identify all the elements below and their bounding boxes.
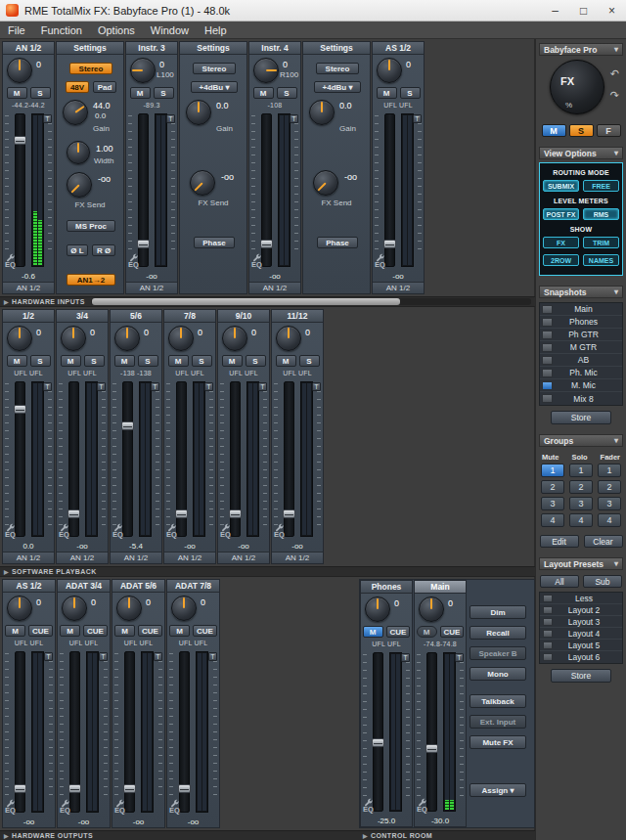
trim-button[interactable]: T: [290, 114, 298, 123]
layout-store-button[interactable]: Store: [551, 669, 611, 683]
layout-tab-all[interactable]: All: [540, 575, 579, 588]
m-button[interactable]: M: [114, 625, 135, 637]
layout-preset-item[interactable]: Layout 6: [540, 651, 622, 663]
reference-level-dropdown[interactable]: +4dBu ▾: [314, 81, 361, 93]
inputs-scrollbar[interactable]: [91, 298, 531, 305]
view-option-free[interactable]: FREE: [583, 180, 619, 192]
pan-knob[interactable]: [114, 326, 140, 351]
fx-knob[interactable]: [550, 60, 604, 114]
pan-knob[interactable]: [7, 596, 32, 621]
m-button[interactable]: M: [417, 626, 437, 638]
layout-preset-item[interactable]: Layout 4: [540, 628, 622, 640]
cue-button[interactable]: CUE: [440, 626, 465, 638]
fader-track[interactable]: [138, 113, 149, 267]
reference-level-dropdown[interactable]: +4dBu ▾: [191, 81, 238, 93]
wrench-icon[interactable]: [166, 519, 177, 530]
m-button[interactable]: M: [130, 87, 151, 99]
snapshot-item[interactable]: Mix 8: [540, 392, 622, 405]
strip-name[interactable]: AN 1/2: [3, 42, 54, 55]
menu-function[interactable]: Function: [33, 22, 90, 38]
recall-button[interactable]: Recall: [470, 626, 526, 640]
fader-handle[interactable]: [260, 240, 273, 248]
strip-name[interactable]: 7/8: [164, 310, 215, 323]
fader-track[interactable]: [15, 113, 25, 267]
pan-knob[interactable]: [7, 326, 32, 351]
fader-handle[interactable]: [137, 240, 150, 248]
s-button[interactable]: S: [277, 87, 297, 99]
redo-arrow-icon[interactable]: ↷: [610, 89, 619, 102]
device-selector[interactable]: Babyface Pro ▾: [539, 43, 623, 56]
trim-button[interactable]: T: [97, 382, 106, 391]
wrench-icon[interactable]: [169, 795, 180, 806]
routing-button[interactable]: AN1→2: [67, 274, 115, 286]
layout-preset-checkbox[interactable]: [543, 641, 553, 649]
trim-button[interactable]: T: [44, 652, 53, 661]
snapshot-item[interactable]: M GTR: [540, 341, 622, 354]
scrollbar-thumb[interactable]: [92, 298, 400, 305]
group-cell[interactable]: 1: [569, 464, 593, 477]
pan-knob[interactable]: [222, 326, 247, 351]
group-cell[interactable]: 3: [598, 497, 621, 510]
wrench-icon[interactable]: [5, 519, 16, 530]
menu-options[interactable]: Options: [90, 22, 143, 38]
snapshot-select-box[interactable]: [542, 394, 553, 403]
close-button[interactable]: ×: [598, 0, 626, 21]
m-button[interactable]: M: [363, 626, 383, 638]
layout-preset-checkbox[interactable]: [543, 618, 553, 626]
fader-track[interactable]: [15, 381, 25, 537]
fader-handle[interactable]: [283, 509, 295, 518]
view-option-names[interactable]: NAMES: [583, 254, 619, 266]
wrench-icon[interactable]: [5, 795, 16, 806]
groups-clear-button[interactable]: Clear: [584, 535, 623, 548]
fader-handle[interactable]: [178, 784, 191, 793]
s-view-button[interactable]: S: [569, 124, 594, 137]
stereo-button[interactable]: Stereo: [316, 63, 359, 74]
collapse-arrow-icon[interactable]: ▶: [4, 568, 9, 575]
m-button[interactable]: M: [60, 625, 80, 637]
pan-knob[interactable]: [7, 58, 32, 83]
cue-button[interactable]: CUE: [28, 625, 53, 637]
wrench-icon[interactable]: [112, 519, 123, 530]
trim-button[interactable]: T: [154, 652, 162, 661]
s-button[interactable]: S: [154, 87, 174, 99]
trim-button[interactable]: T: [166, 114, 175, 123]
layout-preset-item[interactable]: Less: [540, 593, 622, 604]
assign-button[interactable]: Assign ▾: [470, 783, 526, 797]
snapshot-item[interactable]: Main: [540, 303, 622, 316]
strip-name[interactable]: ADAT 7/8: [167, 580, 219, 593]
route-label[interactable]: AN 1/2: [3, 552, 54, 563]
m-button[interactable]: M: [7, 355, 27, 367]
wrench-icon[interactable]: [417, 794, 427, 805]
fader-handle[interactable]: [14, 405, 26, 414]
collapse-arrow-icon[interactable]: ▶: [4, 832, 9, 839]
wrench-icon[interactable]: [114, 795, 125, 806]
group-cell[interactable]: 1: [598, 464, 621, 477]
group-cell[interactable]: 4: [569, 513, 593, 527]
cue-button[interactable]: CUE: [138, 625, 162, 637]
trim-button[interactable]: T: [413, 114, 422, 123]
trim-button[interactable]: T: [312, 382, 321, 391]
strip-name[interactable]: Phones: [361, 581, 412, 594]
gain-knob[interactable]: [186, 100, 211, 125]
fader-track[interactable]: [122, 381, 133, 537]
group-cell[interactable]: 1: [541, 464, 564, 477]
m-view-button[interactable]: M: [542, 124, 566, 137]
minimize-button[interactable]: –: [541, 0, 569, 21]
strip-name[interactable]: ADAT 3/4: [58, 580, 110, 593]
phase-left-button[interactable]: Ø L: [67, 244, 88, 256]
s-button[interactable]: S: [138, 355, 158, 367]
pan-knob[interactable]: [168, 326, 194, 351]
trim-button[interactable]: T: [43, 114, 52, 123]
layout-preset-checkbox[interactable]: [543, 653, 553, 661]
fader-handle[interactable]: [68, 784, 81, 793]
trim-button[interactable]: T: [99, 652, 108, 661]
fx-send-knob[interactable]: [67, 172, 92, 198]
route-label[interactable]: AN 1/2: [373, 282, 424, 293]
layout-preset-item[interactable]: Layout 3: [540, 616, 622, 628]
s-button[interactable]: S: [84, 355, 105, 367]
snapshot-select-box[interactable]: [542, 381, 553, 390]
layout-preset-checkbox[interactable]: [543, 595, 553, 602]
fader-handle[interactable]: [14, 136, 26, 145]
trim-button[interactable]: T: [208, 652, 217, 661]
collapse-arrow-icon[interactable]: ▶: [4, 298, 9, 305]
